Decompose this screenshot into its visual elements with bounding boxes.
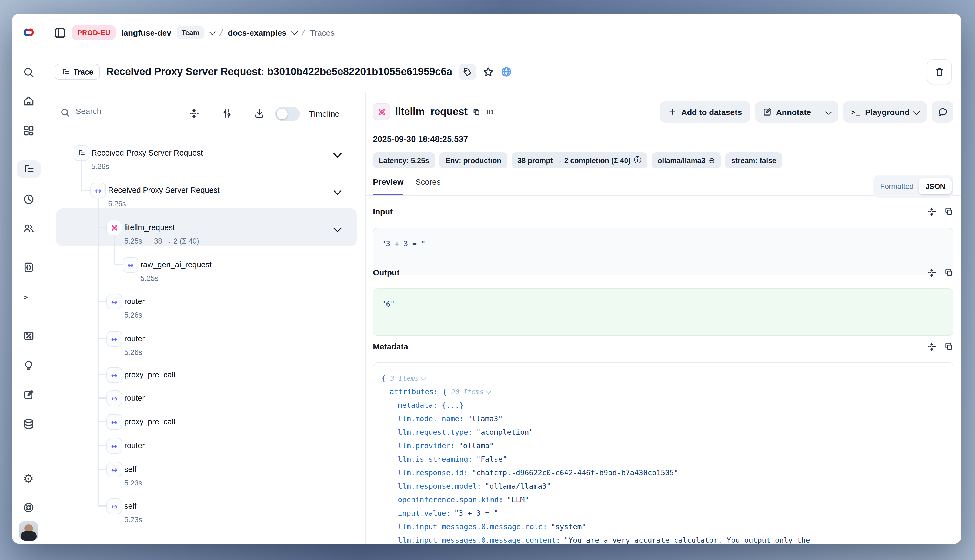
observation-timestamp: 2025-09-30 18:48:25.537 <box>373 135 468 144</box>
tree-settings-icon[interactable] <box>222 108 232 119</box>
user-avatar[interactable] <box>19 521 38 540</box>
format-json-option[interactable]: JSON <box>919 178 952 194</box>
tree-connector <box>81 160 82 190</box>
organization-name[interactable]: langfuse-dev <box>121 28 171 37</box>
tree-connector <box>98 505 107 506</box>
tab-preview[interactable]: Preview <box>373 177 403 193</box>
collapse-section-icon[interactable] <box>927 207 937 217</box>
observation-tree-panel: Timeline Received Proxy Server Request 5… <box>45 92 365 544</box>
nav-search-icon[interactable] <box>12 66 45 79</box>
top-navigation: PROD-EU langfuse-dev Team / docs-example… <box>45 13 962 52</box>
tree-connector <box>81 190 90 190</box>
collapse-section-icon[interactable] <box>927 342 937 352</box>
star-icon[interactable] <box>482 66 494 77</box>
output-value-box[interactable]: "6" <box>373 288 953 336</box>
sidebar-toggle-icon[interactable] <box>54 26 67 39</box>
copy-section-icon[interactable] <box>944 268 953 278</box>
nav-insights-icon[interactable] <box>12 359 45 372</box>
json-line[interactable]: metadata: {...} <box>381 398 953 412</box>
tree-connector <box>98 227 107 228</box>
input-section-icons <box>927 207 953 217</box>
format-formatted-option[interactable]: Formatted <box>875 182 919 190</box>
public-globe-icon[interactable] <box>500 66 512 78</box>
trace-badge-label: Trace <box>74 68 93 76</box>
latency-badge: Latency: 5.25s <box>373 152 435 168</box>
copy-id-icon[interactable] <box>472 108 480 116</box>
download-icon[interactable] <box>254 108 265 119</box>
tabs-divider <box>365 195 962 196</box>
nav-settings-icon[interactable]: ⚙ <box>12 473 45 485</box>
annotate-button[interactable]: Annotate <box>755 101 819 123</box>
env-badge: Env: production <box>440 152 507 168</box>
tree-connector <box>98 445 107 446</box>
project-name[interactable]: docs-examples <box>228 28 286 37</box>
app-window: >_ ⚙ PROD-EU langfuse-dev Team / docs-ex… <box>12 13 962 544</box>
org-chevron-down-icon[interactable] <box>209 28 216 35</box>
playground-button[interactable]: >_ Playground <box>843 101 927 123</box>
chevron-down-icon[interactable] <box>333 187 341 195</box>
span-node-icon: ↔ <box>107 390 122 406</box>
plus-circle-icon: ⊕ <box>709 156 715 165</box>
nav-evaluation-icon[interactable] <box>12 329 45 342</box>
observation-title: litellm_request <box>395 106 468 118</box>
generation-icon <box>373 103 390 120</box>
json-line: input.value:"3 + 3 = " <box>381 507 953 520</box>
tree-connector <box>98 374 107 375</box>
copy-section-icon[interactable] <box>944 342 953 352</box>
annotate-dropdown[interactable] <box>819 101 838 123</box>
nav-sessions-icon[interactable] <box>12 193 45 206</box>
span-node-icon: ↔ <box>90 183 106 198</box>
tab-scores[interactable]: Scores <box>415 177 440 193</box>
nav-tracing-icon[interactable] <box>12 163 45 175</box>
json-line: openinference.span.kind:"LLM" <box>381 493 953 507</box>
tree-connector <box>98 338 107 339</box>
nav-playground-icon[interactable]: >_ <box>12 290 45 303</box>
nav-support-icon[interactable] <box>12 501 45 514</box>
expand-chevron-icon[interactable] <box>486 388 491 394</box>
breadcrumb-section[interactable]: Traces <box>310 28 335 37</box>
span-node-icon: ↔ <box>107 438 122 453</box>
json-line: llm.response.id:"chatcmpl-d96622c0-c642-… <box>381 466 953 480</box>
model-badge[interactable]: ollama/llama3⊕ <box>652 152 721 168</box>
json-line: llm.request.type:"acompletion" <box>381 425 953 439</box>
trace-node-icon <box>74 145 89 161</box>
json-line: llm.provider:"ollama" <box>381 439 953 453</box>
json-line[interactable]: attributes: {20 Items <box>381 385 953 398</box>
metadata-json-viewer[interactable]: {3 Items attributes: {20 Items metadata:… <box>373 362 953 544</box>
delete-trace-button[interactable] <box>927 59 952 84</box>
tree-connector <box>114 235 115 265</box>
project-chevron-down-icon[interactable] <box>291 28 298 35</box>
nav-annotation-icon[interactable] <box>12 388 45 401</box>
stream-badge: stream: false <box>725 152 782 168</box>
json-line: llm.is_streaming:"False" <box>381 453 953 466</box>
annotate-label: Annotate <box>776 107 811 117</box>
json-line: llm.input_messages.0.message.role:"syste… <box>381 520 953 533</box>
nav-datasets-icon[interactable] <box>12 417 45 430</box>
nav-home-icon[interactable] <box>12 95 45 107</box>
search-input[interactable] <box>75 106 179 116</box>
collapse-all-icon[interactable] <box>189 108 199 119</box>
breadcrumb-separator: / <box>219 27 224 38</box>
expand-chevron-icon[interactable] <box>421 375 426 380</box>
comments-button[interactable] <box>932 101 953 123</box>
nav-dashboards-icon[interactable] <box>12 124 45 137</box>
id-label: ID <box>487 108 493 116</box>
nav-prompts-icon[interactable] <box>12 261 45 274</box>
span-node-icon: ↔ <box>107 498 122 514</box>
observation-detail-panel: litellm_request ID Add to datasets Annot… <box>365 92 962 544</box>
span-node-icon: ↔ <box>107 331 122 347</box>
tree-connector <box>98 198 99 506</box>
token-usage-badge[interactable]: 38 prompt → 2 completion (Σ 40)ⓘ <box>512 152 647 168</box>
output-value: "6" <box>381 300 945 308</box>
chevron-down-icon[interactable] <box>333 149 341 158</box>
json-line[interactable]: {3 Items <box>381 372 953 385</box>
timeline-toggle[interactable] <box>275 107 300 121</box>
input-value-box[interactable]: "3 + 3 = " <box>373 228 953 275</box>
nav-users-icon[interactable] <box>12 222 45 235</box>
trace-type-badge: Trace <box>55 64 100 80</box>
tag-icon[interactable] <box>458 64 476 80</box>
copy-section-icon[interactable] <box>944 207 953 217</box>
collapse-section-icon[interactable] <box>927 268 937 278</box>
observation-badges: Latency: 5.25s Env: production 38 prompt… <box>373 152 782 168</box>
add-to-datasets-button[interactable]: Add to datasets <box>660 101 750 123</box>
